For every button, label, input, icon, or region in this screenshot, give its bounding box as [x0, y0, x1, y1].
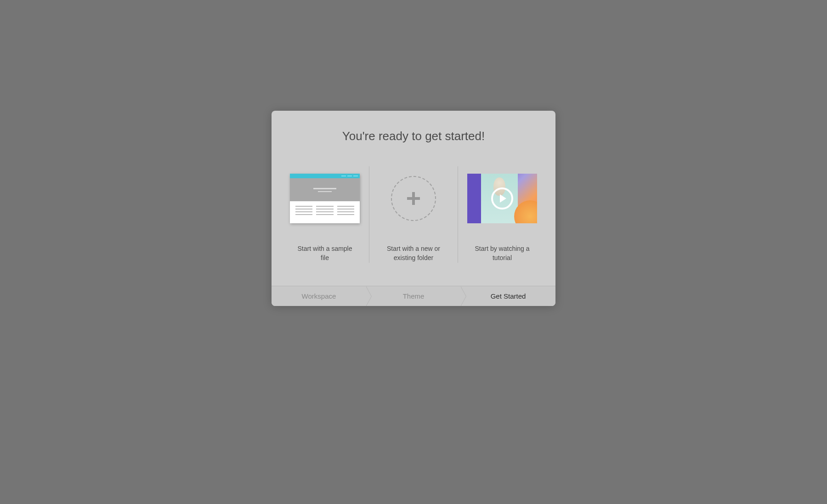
option-new-folder[interactable]: Start with a new or existing folder	[369, 166, 458, 262]
step-get-started[interactable]: Get Started	[461, 286, 555, 306]
plus-circle-icon	[391, 176, 436, 221]
option-sample-file-label: Start with a sample file	[293, 244, 357, 262]
step-workspace-label: Workspace	[302, 292, 336, 300]
modal-content: You're ready to get started!	[272, 111, 555, 285]
sample-file-illustration	[288, 166, 362, 231]
option-new-folder-label: Start with a new or existing folder	[381, 244, 446, 262]
new-folder-illustration	[376, 166, 451, 231]
option-tutorial-label: Start by watching a tutorial	[470, 244, 534, 262]
svg-rect-1	[407, 197, 420, 200]
options-row: Start with a sample file Start with a ne…	[281, 166, 546, 262]
onboarding-modal: You're ready to get started!	[272, 111, 555, 306]
option-sample-file[interactable]: Start with a sample file	[281, 166, 369, 262]
option-tutorial[interactable]: Start by watching a tutorial	[458, 166, 546, 262]
step-get-started-label: Get Started	[491, 292, 526, 300]
tutorial-illustration	[465, 166, 539, 231]
modal-footer-steps: Workspace Theme Get Started	[272, 286, 555, 306]
sample-file-icon	[290, 174, 360, 223]
step-theme-label: Theme	[403, 292, 425, 300]
plus-icon	[405, 190, 422, 207]
step-workspace[interactable]: Workspace	[272, 286, 366, 306]
step-theme[interactable]: Theme	[366, 286, 461, 306]
video-thumbnail-icon	[467, 174, 537, 223]
modal-title: You're ready to get started!	[281, 129, 546, 143]
